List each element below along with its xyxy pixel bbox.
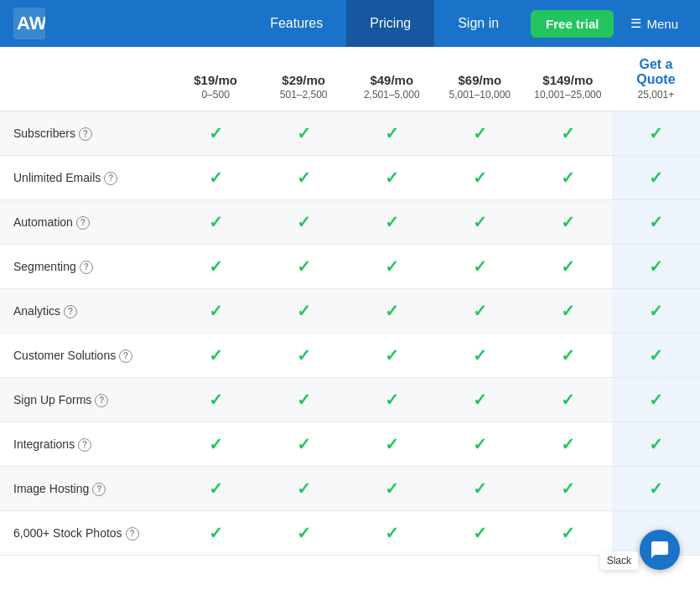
check-icon: ✓ (473, 435, 487, 453)
feature-cell: Analytics? (0, 289, 172, 334)
check-cell: ✓ (612, 245, 700, 289)
check-cell: ✓ (348, 289, 436, 334)
check-icon: ✓ (649, 257, 663, 276)
table-row: Unlimited Emails?✓✓✓✓✓✓ (0, 156, 700, 200)
feature-label: Sign Up Forms (13, 393, 91, 406)
check-icon: ✓ (297, 435, 311, 453)
help-icon[interactable]: ? (80, 261, 93, 274)
help-icon[interactable]: ? (126, 527, 139, 541)
check-icon: ✓ (649, 346, 663, 365)
check-cell: ✓ (260, 378, 348, 422)
price-header-5: $149/mo 10,001–25,000 (524, 47, 612, 111)
chat-icon (650, 540, 670, 556)
check-icon: ✓ (209, 124, 223, 142)
help-icon[interactable]: ? (95, 394, 108, 407)
check-cell: ✓ (436, 289, 524, 334)
check-cell: ✓ (172, 378, 260, 422)
check-icon: ✓ (209, 524, 223, 542)
check-cell: ✓ (260, 245, 348, 289)
nav-features[interactable]: Features (246, 0, 346, 47)
check-cell: ✓ (172, 156, 260, 200)
price-header-3: $49/mo 2,501–5,000 (348, 47, 436, 111)
price-header-1: $19/mo 0–500 (172, 47, 260, 111)
nav-pricing[interactable]: Pricing (346, 0, 434, 47)
check-icon: ✓ (649, 391, 663, 409)
menu-button[interactable]: ☰ Menu (622, 16, 687, 31)
check-icon: ✓ (297, 257, 311, 276)
check-cell: ✓ (172, 289, 260, 334)
check-icon: ✓ (473, 346, 487, 365)
check-icon: ✓ (561, 435, 575, 453)
help-icon[interactable]: ? (79, 127, 92, 141)
feature-label: 6,000+ Stock Photos (13, 526, 122, 540)
price-header-4: $69/mo 5,001–10,000 (436, 47, 524, 111)
check-cell: ✓ (260, 289, 348, 334)
price-header-2: $29/mo 501–2,500 (260, 47, 348, 111)
feature-label: Analytics (13, 304, 60, 318)
check-icon: ✓ (385, 391, 399, 409)
check-icon: ✓ (209, 479, 223, 498)
nav-signin[interactable]: Sign in (434, 0, 522, 47)
check-icon: ✓ (297, 213, 311, 231)
check-icon: ✓ (473, 524, 487, 542)
table-row: Image Hosting?✓✓✓✓✓✓ (0, 467, 700, 511)
check-cell: ✓ (172, 422, 260, 467)
check-cell: ✓ (524, 334, 612, 378)
check-cell: ✓ (436, 422, 524, 467)
quote-header[interactable]: Get a Quote 25,001+ (612, 47, 700, 111)
free-trial-button[interactable]: Free trial (531, 10, 614, 38)
help-icon[interactable]: ? (76, 216, 90, 230)
check-icon: ✓ (649, 124, 663, 142)
feature-label: Unlimited Emails (13, 171, 101, 184)
feature-label: Segmenting (13, 260, 76, 273)
feature-cell: Subscribers? (0, 111, 172, 156)
check-cell: ✓ (172, 511, 260, 556)
feature-cell: Customer Solutions? (0, 334, 172, 378)
feature-cell: Unlimited Emails? (0, 156, 172, 200)
check-cell: ✓ (348, 156, 436, 200)
aweber-logo-icon: AW (13, 8, 45, 39)
check-cell: ✓ (436, 111, 524, 156)
help-icon[interactable]: ? (119, 349, 132, 363)
check-icon: ✓ (385, 213, 399, 231)
table-body: Subscribers?✓✓✓✓✓✓Unlimited Emails?✓✓✓✓✓… (0, 111, 700, 556)
check-icon: ✓ (473, 124, 487, 142)
feature-label: Subscribers (13, 127, 75, 140)
check-icon: ✓ (649, 479, 663, 498)
help-icon[interactable]: ? (64, 305, 77, 318)
check-icon: ✓ (561, 257, 575, 276)
table-row: Analytics?✓✓✓✓✓✓ (0, 289, 700, 334)
help-icon[interactable]: ? (78, 438, 91, 452)
check-cell: ✓ (172, 334, 260, 378)
check-icon: ✓ (561, 213, 575, 231)
check-icon: ✓ (385, 302, 399, 320)
check-cell: ✓ (348, 200, 436, 245)
check-cell: ✓ (612, 378, 700, 422)
check-cell: ✓ (612, 334, 700, 378)
check-cell: ✓ (612, 200, 700, 245)
check-icon: ✓ (385, 257, 399, 276)
check-cell: ✓ (348, 467, 436, 511)
check-cell: ✓ (612, 111, 700, 156)
check-icon: ✓ (649, 302, 663, 320)
logo[interactable]: AW (13, 8, 45, 39)
check-cell: ✓ (348, 245, 436, 289)
help-icon[interactable]: ? (104, 172, 117, 185)
check-cell: ✓ (612, 289, 700, 334)
check-cell: ✓ (524, 511, 612, 556)
feature-cell: Segmenting? (0, 245, 172, 289)
nav-links: Features Pricing Sign in Free trial ☰ Me… (246, 0, 687, 47)
check-icon: ✓ (385, 524, 399, 542)
check-icon: ✓ (209, 302, 223, 320)
check-cell: ✓ (612, 156, 700, 200)
check-cell: ✓ (524, 200, 612, 245)
check-cell: ✓ (172, 467, 260, 511)
check-icon: ✓ (473, 302, 487, 320)
help-icon[interactable]: ? (92, 483, 106, 496)
check-cell: ✓ (524, 289, 612, 334)
svg-text:AW: AW (17, 13, 45, 34)
navbar: AW Features Pricing Sign in Free trial ☰… (0, 0, 700, 47)
check-cell: ✓ (436, 378, 524, 422)
check-icon: ✓ (473, 391, 487, 409)
check-icon: ✓ (209, 257, 223, 276)
